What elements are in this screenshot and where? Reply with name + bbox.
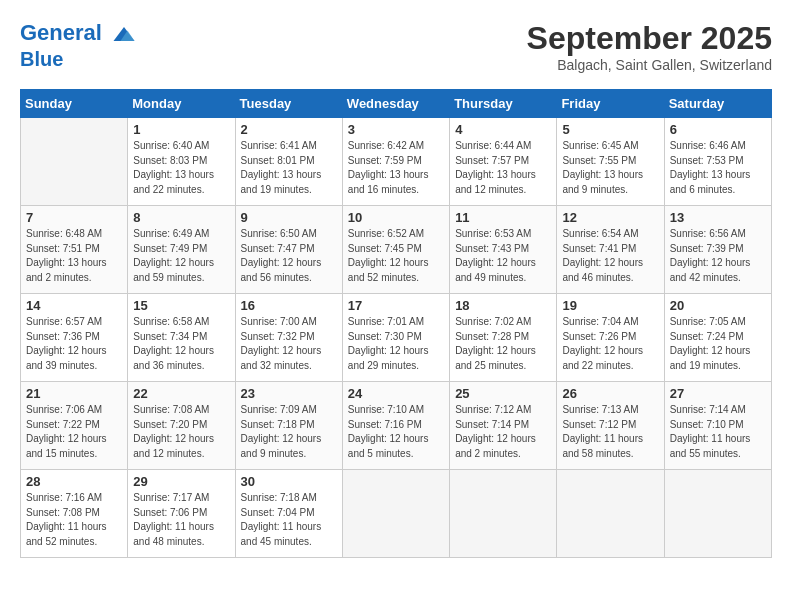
calendar-cell (342, 470, 449, 558)
day-info: Sunrise: 7:02 AM Sunset: 7:28 PM Dayligh… (455, 315, 551, 373)
calendar-cell: 15Sunrise: 6:58 AM Sunset: 7:34 PM Dayli… (128, 294, 235, 382)
calendar-cell: 3Sunrise: 6:42 AM Sunset: 7:59 PM Daylig… (342, 118, 449, 206)
week-row-5: 28Sunrise: 7:16 AM Sunset: 7:08 PM Dayli… (21, 470, 772, 558)
day-number: 20 (670, 298, 766, 313)
day-info: Sunrise: 7:12 AM Sunset: 7:14 PM Dayligh… (455, 403, 551, 461)
day-number: 4 (455, 122, 551, 137)
day-info: Sunrise: 6:50 AM Sunset: 7:47 PM Dayligh… (241, 227, 337, 285)
calendar-cell: 8Sunrise: 6:49 AM Sunset: 7:49 PM Daylig… (128, 206, 235, 294)
day-number: 21 (26, 386, 122, 401)
day-info: Sunrise: 7:16 AM Sunset: 7:08 PM Dayligh… (26, 491, 122, 549)
day-number: 3 (348, 122, 444, 137)
day-info: Sunrise: 6:56 AM Sunset: 7:39 PM Dayligh… (670, 227, 766, 285)
day-info: Sunrise: 6:44 AM Sunset: 7:57 PM Dayligh… (455, 139, 551, 197)
day-number: 7 (26, 210, 122, 225)
day-number: 11 (455, 210, 551, 225)
day-number: 22 (133, 386, 229, 401)
logo-blue-text: Blue (20, 48, 138, 70)
calendar-cell: 13Sunrise: 6:56 AM Sunset: 7:39 PM Dayli… (664, 206, 771, 294)
day-number: 15 (133, 298, 229, 313)
calendar-cell: 30Sunrise: 7:18 AM Sunset: 7:04 PM Dayli… (235, 470, 342, 558)
calendar-cell: 22Sunrise: 7:08 AM Sunset: 7:20 PM Dayli… (128, 382, 235, 470)
day-info: Sunrise: 7:17 AM Sunset: 7:06 PM Dayligh… (133, 491, 229, 549)
day-number: 1 (133, 122, 229, 137)
calendar-cell: 6Sunrise: 6:46 AM Sunset: 7:53 PM Daylig… (664, 118, 771, 206)
calendar-cell: 26Sunrise: 7:13 AM Sunset: 7:12 PM Dayli… (557, 382, 664, 470)
calendar-cell (21, 118, 128, 206)
day-number: 18 (455, 298, 551, 313)
day-info: Sunrise: 6:49 AM Sunset: 7:49 PM Dayligh… (133, 227, 229, 285)
calendar-table: SundayMondayTuesdayWednesdayThursdayFrid… (20, 89, 772, 558)
day-info: Sunrise: 7:01 AM Sunset: 7:30 PM Dayligh… (348, 315, 444, 373)
calendar-cell (557, 470, 664, 558)
weekday-header-tuesday: Tuesday (235, 90, 342, 118)
day-number: 8 (133, 210, 229, 225)
day-number: 19 (562, 298, 658, 313)
day-info: Sunrise: 6:40 AM Sunset: 8:03 PM Dayligh… (133, 139, 229, 197)
day-info: Sunrise: 7:09 AM Sunset: 7:18 PM Dayligh… (241, 403, 337, 461)
calendar-cell: 20Sunrise: 7:05 AM Sunset: 7:24 PM Dayli… (664, 294, 771, 382)
day-info: Sunrise: 7:18 AM Sunset: 7:04 PM Dayligh… (241, 491, 337, 549)
calendar-cell: 5Sunrise: 6:45 AM Sunset: 7:55 PM Daylig… (557, 118, 664, 206)
calendar-cell: 24Sunrise: 7:10 AM Sunset: 7:16 PM Dayli… (342, 382, 449, 470)
day-number: 28 (26, 474, 122, 489)
day-number: 24 (348, 386, 444, 401)
weekday-header-wednesday: Wednesday (342, 90, 449, 118)
week-row-3: 14Sunrise: 6:57 AM Sunset: 7:36 PM Dayli… (21, 294, 772, 382)
location: Balgach, Saint Gallen, Switzerland (527, 57, 772, 73)
calendar-cell (664, 470, 771, 558)
day-number: 29 (133, 474, 229, 489)
day-info: Sunrise: 6:53 AM Sunset: 7:43 PM Dayligh… (455, 227, 551, 285)
week-row-2: 7Sunrise: 6:48 AM Sunset: 7:51 PM Daylig… (21, 206, 772, 294)
day-info: Sunrise: 7:00 AM Sunset: 7:32 PM Dayligh… (241, 315, 337, 373)
day-info: Sunrise: 7:05 AM Sunset: 7:24 PM Dayligh… (670, 315, 766, 373)
page-header: General Blue September 2025 Balgach, Sai… (20, 20, 772, 73)
logo-icon (110, 20, 138, 48)
calendar-cell: 28Sunrise: 7:16 AM Sunset: 7:08 PM Dayli… (21, 470, 128, 558)
day-info: Sunrise: 7:04 AM Sunset: 7:26 PM Dayligh… (562, 315, 658, 373)
day-number: 27 (670, 386, 766, 401)
day-number: 5 (562, 122, 658, 137)
day-number: 10 (348, 210, 444, 225)
calendar-cell: 10Sunrise: 6:52 AM Sunset: 7:45 PM Dayli… (342, 206, 449, 294)
week-row-1: 1Sunrise: 6:40 AM Sunset: 8:03 PM Daylig… (21, 118, 772, 206)
weekday-header-friday: Friday (557, 90, 664, 118)
calendar-cell: 17Sunrise: 7:01 AM Sunset: 7:30 PM Dayli… (342, 294, 449, 382)
day-info: Sunrise: 7:06 AM Sunset: 7:22 PM Dayligh… (26, 403, 122, 461)
day-number: 6 (670, 122, 766, 137)
day-info: Sunrise: 6:48 AM Sunset: 7:51 PM Dayligh… (26, 227, 122, 285)
weekday-header-saturday: Saturday (664, 90, 771, 118)
calendar-cell: 14Sunrise: 6:57 AM Sunset: 7:36 PM Dayli… (21, 294, 128, 382)
day-info: Sunrise: 7:13 AM Sunset: 7:12 PM Dayligh… (562, 403, 658, 461)
weekday-header-thursday: Thursday (450, 90, 557, 118)
calendar-cell: 21Sunrise: 7:06 AM Sunset: 7:22 PM Dayli… (21, 382, 128, 470)
day-info: Sunrise: 6:42 AM Sunset: 7:59 PM Dayligh… (348, 139, 444, 197)
day-number: 9 (241, 210, 337, 225)
day-number: 17 (348, 298, 444, 313)
calendar-cell: 25Sunrise: 7:12 AM Sunset: 7:14 PM Dayli… (450, 382, 557, 470)
day-info: Sunrise: 6:46 AM Sunset: 7:53 PM Dayligh… (670, 139, 766, 197)
month-title: September 2025 (527, 20, 772, 57)
day-number: 23 (241, 386, 337, 401)
day-number: 13 (670, 210, 766, 225)
weekday-header-row: SundayMondayTuesdayWednesdayThursdayFrid… (21, 90, 772, 118)
calendar-cell: 29Sunrise: 7:17 AM Sunset: 7:06 PM Dayli… (128, 470, 235, 558)
calendar-cell: 27Sunrise: 7:14 AM Sunset: 7:10 PM Dayli… (664, 382, 771, 470)
day-info: Sunrise: 7:08 AM Sunset: 7:20 PM Dayligh… (133, 403, 229, 461)
week-row-4: 21Sunrise: 7:06 AM Sunset: 7:22 PM Dayli… (21, 382, 772, 470)
calendar-cell: 23Sunrise: 7:09 AM Sunset: 7:18 PM Dayli… (235, 382, 342, 470)
calendar-cell: 2Sunrise: 6:41 AM Sunset: 8:01 PM Daylig… (235, 118, 342, 206)
title-block: September 2025 Balgach, Saint Gallen, Sw… (527, 20, 772, 73)
day-number: 25 (455, 386, 551, 401)
calendar-cell: 12Sunrise: 6:54 AM Sunset: 7:41 PM Dayli… (557, 206, 664, 294)
logo-text: General (20, 20, 138, 48)
calendar-cell: 18Sunrise: 7:02 AM Sunset: 7:28 PM Dayli… (450, 294, 557, 382)
weekday-header-monday: Monday (128, 90, 235, 118)
day-info: Sunrise: 7:10 AM Sunset: 7:16 PM Dayligh… (348, 403, 444, 461)
calendar-cell: 4Sunrise: 6:44 AM Sunset: 7:57 PM Daylig… (450, 118, 557, 206)
calendar-cell: 16Sunrise: 7:00 AM Sunset: 7:32 PM Dayli… (235, 294, 342, 382)
day-number: 30 (241, 474, 337, 489)
day-number: 16 (241, 298, 337, 313)
day-info: Sunrise: 6:57 AM Sunset: 7:36 PM Dayligh… (26, 315, 122, 373)
day-info: Sunrise: 6:54 AM Sunset: 7:41 PM Dayligh… (562, 227, 658, 285)
